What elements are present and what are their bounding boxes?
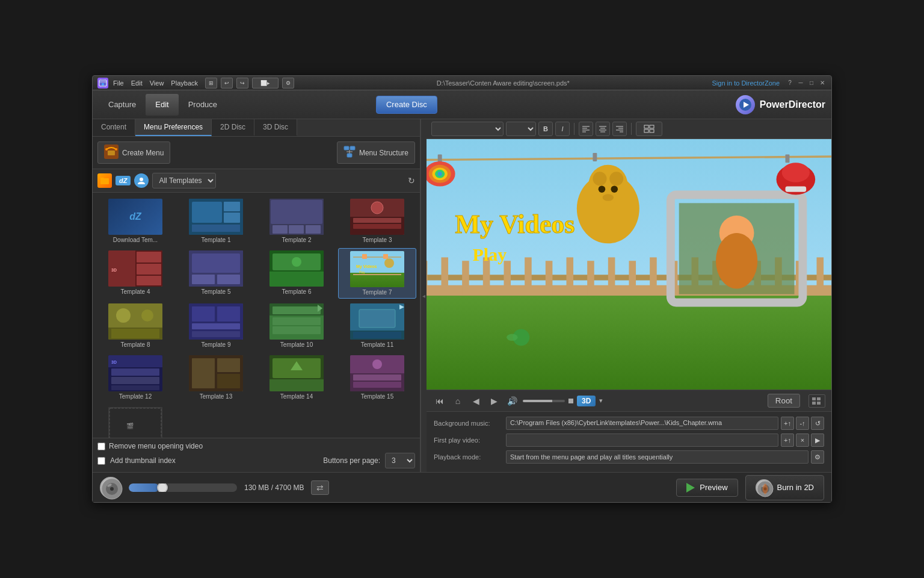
svg-rect-23 <box>273 225 288 234</box>
panel-collapse-handle[interactable]: ◂ <box>420 119 427 472</box>
pb-prev-btn[interactable]: ◀ <box>469 394 483 408</box>
properties-panel: Background music: C:\Program Files (x86)… <box>427 411 831 472</box>
svg-rect-18 <box>224 202 240 211</box>
template-item-10[interactable]: Template 10 <box>257 301 336 350</box>
burn-btn[interactable]: Burn in 2D <box>745 475 824 500</box>
tab-content[interactable]: Content <box>93 119 135 136</box>
tab-3d-disc[interactable]: 3D Disc <box>254 119 297 136</box>
preview-btn[interactable]: Preview <box>676 479 738 497</box>
svg-rect-11 <box>350 146 355 150</box>
template-item-15[interactable]: Template 15 <box>338 353 416 402</box>
close-btn[interactable]: ✕ <box>818 79 827 87</box>
svg-rect-136 <box>817 257 824 296</box>
menu-structure-btn[interactable]: Menu Structure <box>337 141 415 164</box>
template-item-5[interactable]: Template 5 <box>177 248 255 299</box>
svg-point-7 <box>105 148 108 151</box>
menu-view[interactable]: View <box>150 79 164 87</box>
menu-file[interactable]: File <box>113 79 124 87</box>
svg-point-171 <box>110 487 114 491</box>
first-play-clear-btn[interactable]: × <box>796 434 809 447</box>
template-item-11[interactable]: Template 11 <box>338 301 416 350</box>
template-item-12[interactable]: 3D Template 12 <box>96 353 174 402</box>
template-item-8[interactable]: Template 8 <box>96 301 174 350</box>
template-item-2[interactable]: Template 2 <box>257 196 336 246</box>
template-item-9[interactable]: Template 9 <box>177 301 255 350</box>
transfer-icon[interactable]: ⇄ <box>311 480 329 495</box>
volume-slider[interactable] <box>523 400 565 402</box>
template-item-4[interactable]: 3D Template 4 <box>96 248 174 299</box>
produce-btn[interactable]: Produce <box>179 94 227 116</box>
pb-back-btn[interactable]: ⏮ <box>433 394 447 408</box>
svg-point-57 <box>141 309 153 322</box>
edit-btn[interactable]: Edit <box>146 94 178 116</box>
grid-layout-btn[interactable] <box>636 122 662 136</box>
pb-next-btn[interactable]: ▶ <box>487 394 501 408</box>
svg-rect-10 <box>344 146 349 150</box>
help-btn[interactable]: ? <box>786 79 794 87</box>
font-size-dropdown[interactable] <box>506 122 536 136</box>
svg-rect-9 <box>108 151 115 155</box>
layout-icon[interactable]: ⊞ <box>205 78 217 89</box>
redo-icon[interactable]: ↪ <box>236 78 248 89</box>
first-play-play-btn[interactable]: ▶ <box>811 434 824 447</box>
menu-edit[interactable]: Edit <box>131 79 143 87</box>
bg-music-loop-btn[interactable]: ↺ <box>811 417 824 430</box>
volume-btn[interactable]: 🔊 <box>505 394 519 408</box>
collapse-arrow: ◂ <box>422 293 425 299</box>
svg-rect-78 <box>111 385 159 390</box>
export-icon[interactable]: ⬜▸ <box>252 78 279 89</box>
italic-btn[interactable]: I <box>555 122 570 136</box>
template-grid-container[interactable]: dZ Download Tem... <box>93 193 420 438</box>
align-center-btn[interactable] <box>596 122 610 136</box>
template-name-14: Template 14 <box>280 393 313 400</box>
maximize-btn[interactable]: □ <box>807 79 816 87</box>
template-item-7[interactable]: My Videos Play Template 7 <box>338 248 416 299</box>
3d-badge: 3D <box>577 396 596 406</box>
settings-icon[interactable]: ⚙ <box>282 78 294 89</box>
template-item-3[interactable]: Template 3 <box>338 196 416 246</box>
svg-rect-29 <box>353 224 401 229</box>
font-family-dropdown[interactable] <box>431 122 504 136</box>
bg-music-add-btn[interactable]: +↑ <box>781 417 794 430</box>
add-thumbnail-checkbox[interactable] <box>97 457 105 465</box>
template-item-download[interactable]: dZ Download Tem... <box>96 196 174 246</box>
buttons-per-page-select[interactable]: 3 <box>385 453 415 468</box>
menu-playback[interactable]: Playback <box>171 79 198 87</box>
create-menu-btn[interactable]: Create Menu <box>97 141 170 164</box>
grid-view-btn[interactable] <box>808 394 825 408</box>
first-play-add-btn[interactable]: +↑ <box>781 434 794 447</box>
sign-in-link[interactable]: Sign in to DirectorZone <box>712 79 780 87</box>
template-item-13[interactable]: Template 13 <box>177 353 255 402</box>
remove-opening-video-checkbox[interactable] <box>97 443 105 450</box>
undo-icon[interactable]: ↩ <box>221 78 233 89</box>
create-menu-label: Create Menu <box>122 149 164 157</box>
template-item-1[interactable]: Template 1 <box>177 196 255 246</box>
refresh-btn[interactable]: ↻ <box>408 176 415 185</box>
align-right-btn[interactable] <box>612 122 627 136</box>
tab-menu-preferences[interactable]: Menu Preferences <box>135 119 212 136</box>
template-item-custom[interactable]: 🎬 <box>96 405 174 438</box>
template-thumb-12: 3D <box>108 355 162 391</box>
template-item-14[interactable]: Template 14 <box>257 353 336 402</box>
3d-dropdown-arrow[interactable]: ▾ <box>599 397 603 405</box>
svg-point-56 <box>116 308 131 323</box>
template-item-6[interactable]: Template 6 <box>257 248 336 299</box>
folder-icon <box>97 173 112 188</box>
playback-mode-settings-btn[interactable]: ⚙ <box>811 450 824 464</box>
capture-btn[interactable]: Capture <box>99 94 146 116</box>
minimize-btn[interactable]: ─ <box>796 79 805 87</box>
create-disc-btn[interactable]: Create Disc <box>376 96 437 114</box>
pb-home-btn[interactable]: ⌂ <box>451 394 465 408</box>
template-filter-dropdown[interactable]: All Templates <box>152 173 216 188</box>
svg-rect-117 <box>427 261 427 296</box>
tab-2d-disc[interactable]: 2D Disc <box>212 119 254 136</box>
bold-btn[interactable]: B <box>538 122 553 136</box>
root-btn[interactable]: Root <box>768 394 800 408</box>
align-left-btn[interactable] <box>579 122 593 136</box>
progress-knob[interactable] <box>157 483 168 492</box>
remove-opening-video-label: Remove menu opening video <box>109 442 203 450</box>
svg-point-152 <box>603 194 614 201</box>
bg-music-remove-btn[interactable]: -↑ <box>796 417 809 430</box>
svg-text:Play: Play <box>473 244 507 264</box>
svg-text:My Videos: My Videos <box>455 210 575 238</box>
